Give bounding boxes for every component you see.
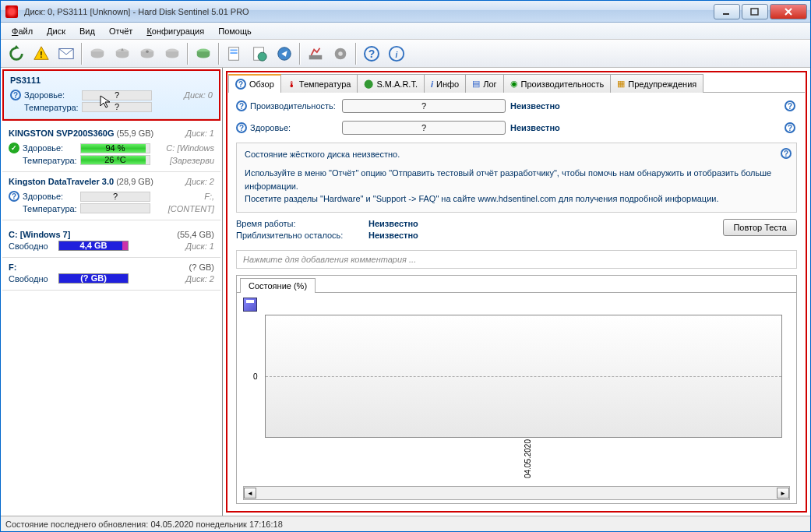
question-icon: ? [235, 79, 246, 90]
svg-text:!: ! [40, 50, 42, 58]
refresh-icon[interactable] [4, 41, 29, 66]
tab-bar: ?Обзор 🌡Температура ⬤S.M.A.R.T. iИнфо ▤Л… [228, 73, 805, 93]
tab-temperature[interactable]: 🌡Температура [280, 74, 358, 93]
question-icon: ? [236, 100, 247, 111]
tab-info[interactable]: iИнфо [424, 74, 466, 93]
disk-gray2-icon[interactable] [110, 41, 135, 66]
tab-smart[interactable]: ⬤S.M.A.R.T. [357, 74, 425, 93]
disk-item-0[interactable]: PS3111 ?Здоровье:?Диск: 0 Температура:? [4, 71, 219, 119]
svg-rect-0 [723, 13, 729, 15]
gauge-icon: ◉ [510, 79, 518, 89]
menu-help[interactable]: Помощь [212, 25, 258, 37]
tab-alerts[interactable]: ▦Предупреждения [610, 74, 703, 93]
status-box: ? Состояние жёсткого диска неизвестно. И… [236, 143, 797, 213]
svg-rect-1 [751, 9, 758, 15]
warning-icon[interactable]: ! [29, 41, 54, 66]
disk-name: Kingston DataTraveler 3.0 [9, 177, 114, 186]
disk-gray1-icon[interactable] [85, 41, 110, 66]
menu-view[interactable]: Вид [73, 25, 101, 37]
send-icon[interactable] [272, 41, 297, 66]
question-icon: ? [9, 191, 19, 202]
disk-gray3-icon[interactable] [135, 41, 160, 66]
question-icon: ? [10, 90, 21, 100]
check-icon: ✓ [9, 143, 19, 153]
tab-performance[interactable]: ◉Производительность [503, 74, 612, 93]
status-bar: Состояние последнего обновления: 04.05.2… [1, 516, 810, 531]
svg-rect-16 [309, 55, 323, 59]
menu-disk[interactable]: Диск [41, 25, 72, 37]
tab-overview[interactable]: ?Обзор [228, 74, 281, 93]
status-heading: Состояние жёсткого диска неизвестно. [245, 150, 788, 159]
menu-report[interactable]: Отчёт [103, 25, 139, 37]
svg-rect-11 [231, 49, 238, 51]
question-icon: ? [236, 122, 247, 133]
close-button[interactable] [770, 4, 807, 19]
globe-report-icon[interactable] [247, 41, 272, 66]
performance-bar: ? [342, 99, 506, 113]
log-icon: ▤ [472, 79, 480, 89]
tab-log[interactable]: ▤Лог [465, 74, 503, 93]
info-icon[interactable]: i [384, 41, 409, 66]
help-icon[interactable]: ? [785, 100, 795, 111]
report-icon[interactable] [222, 41, 247, 66]
volume-item-0[interactable]: C: [Windows 7](55,4 GB) Свободно4,4 GBДи… [2, 225, 220, 258]
disk-item-1[interactable]: KINGSTON SVP200S360G (55,9 GB)Диск: 1 ✓З… [2, 124, 220, 172]
chart-panel: Состояние (%) 0 04.05.2020 ◄ ► [236, 275, 797, 505]
svg-rect-12 [231, 52, 238, 54]
svg-point-14 [258, 52, 266, 61]
comment-input[interactable]: Нажмите для добавления комментария ... [236, 250, 797, 269]
help-icon[interactable]: ? [785, 122, 795, 133]
sidebar: PS3111 ?Здоровье:?Диск: 0 Температура:? … [1, 68, 223, 516]
svg-point-18 [338, 51, 343, 56]
status-body: Используйте в меню "Отчёт" опцию "Отправ… [245, 167, 788, 206]
help-icon[interactable]: ? [781, 148, 792, 159]
save-icon[interactable] [243, 298, 257, 312]
disk-name: KINGSTON SVP200S360G [9, 129, 115, 138]
title-bar: Диск: 0, PS3111 [Unknown] - Hard Disk Se… [1, 1, 810, 23]
maximize-button[interactable] [742, 4, 768, 19]
health-value: Неизвестно [510, 123, 780, 132]
minimize-button[interactable] [714, 4, 740, 19]
disk-item-2[interactable]: Kingston DataTraveler 3.0 (28,9 GB)Диск:… [2, 172, 220, 220]
disk-gray4-icon[interactable] [160, 41, 185, 66]
settings-icon[interactable] [303, 41, 328, 66]
svg-text:i: i [396, 50, 398, 58]
help-icon[interactable]: ? [359, 41, 384, 66]
app-icon [5, 5, 18, 18]
svg-point-7 [146, 50, 149, 53]
info-icon: i [431, 79, 433, 89]
gear-icon[interactable] [328, 41, 353, 66]
window-title: Диск: 0, PS3111 [Unknown] - Hard Disk Se… [21, 7, 714, 16]
menu-bar: Файл Диск Вид Отчёт Конфигурация Помощь [1, 23, 810, 40]
disk-name: PS3111 [10, 76, 41, 85]
chart-plot: 0 [265, 315, 782, 439]
chart-scrollbar[interactable]: ◄ ► [243, 486, 790, 500]
smart-icon: ⬤ [364, 79, 373, 89]
thermometer-icon: 🌡 [287, 79, 296, 89]
volume-item-1[interactable]: F:(? GB) Свободно(? GB)Диск: 2 [2, 258, 220, 291]
mail-icon[interactable] [54, 41, 79, 66]
retest-button[interactable]: Повтор Теста [723, 219, 797, 236]
scroll-left-icon[interactable]: ◄ [244, 488, 256, 499]
disk-green-icon[interactable] [191, 41, 216, 66]
scroll-right-icon[interactable]: ► [777, 488, 789, 499]
menu-config[interactable]: Конфигурация [140, 25, 210, 37]
alert-icon: ▦ [617, 79, 625, 89]
menu-file[interactable]: Файл [5, 25, 39, 37]
chart-tab-health[interactable]: Состояние (%) [240, 278, 316, 293]
performance-value: Неизвестно [510, 101, 780, 111]
health-bar: ? [342, 121, 506, 135]
toolbar: ! ? i [1, 40, 810, 68]
